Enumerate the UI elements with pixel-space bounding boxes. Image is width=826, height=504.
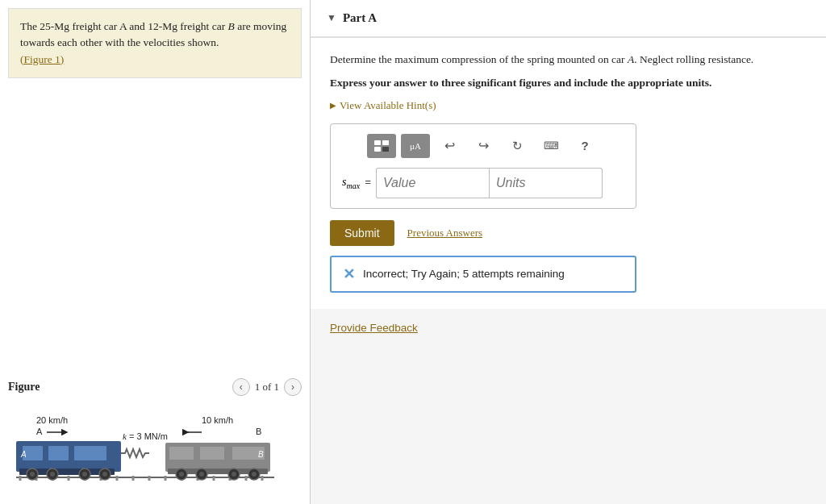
- svg-rect-33: [200, 447, 224, 460]
- grid-button[interactable]: [367, 134, 396, 158]
- problem-text-box: The 25-Mg freight car A and 12-Mg freigh…: [8, 8, 302, 78]
- svg-text:B: B: [258, 450, 264, 459]
- figure-link[interactable]: (Figure 1): [20, 53, 64, 65]
- collapse-arrow-icon[interactable]: ▼: [327, 12, 336, 24]
- action-row: Submit Previous Answers: [330, 220, 810, 246]
- input-row: smax =: [342, 168, 624, 198]
- hint-toggle[interactable]: ▶ View Available Hint(s): [330, 99, 810, 112]
- figure-image: A B: [8, 401, 302, 498]
- redo-button[interactable]: ↪: [469, 134, 498, 158]
- help-button[interactable]: ?: [570, 134, 599, 158]
- svg-point-41: [232, 472, 236, 477]
- refresh-icon: ↻: [512, 139, 523, 153]
- mu-button[interactable]: μA: [401, 134, 430, 158]
- figure-section: Figure ‹ 1 of 1 ›: [0, 372, 310, 504]
- svg-point-39: [199, 472, 204, 477]
- figure-header: Figure ‹ 1 of 1 ›: [8, 378, 302, 396]
- undo-icon: ↩: [444, 138, 455, 153]
- units-input[interactable]: [490, 168, 603, 198]
- mu-label: μA: [410, 141, 421, 151]
- svg-text:A: A: [36, 427, 43, 436]
- svg-text:10 km/h: 10 km/h: [202, 415, 233, 425]
- toolbar: μA ↩ ↪ ↻ ⌨ ?: [342, 134, 624, 158]
- undo-button[interactable]: ↩: [435, 134, 464, 158]
- figure-title: Figure: [8, 381, 40, 394]
- svg-point-25: [50, 472, 55, 477]
- redo-icon: ↪: [478, 138, 489, 153]
- refresh-button[interactable]: ↻: [503, 134, 532, 158]
- figure-next-btn[interactable]: ›: [284, 378, 302, 396]
- keyboard-icon: ⌨: [544, 140, 559, 152]
- svg-rect-56: [382, 147, 389, 152]
- svg-point-37: [179, 472, 184, 477]
- bold-instruction: Express your answer to three significant…: [330, 77, 810, 90]
- part-a-title: Part A: [343, 11, 377, 25]
- svg-rect-55: [374, 147, 381, 152]
- svg-text:k: k: [123, 431, 127, 441]
- svg-point-23: [30, 472, 35, 477]
- right-panel: ▼ Part A Determine the maximum compressi…: [311, 0, 826, 504]
- svg-rect-53: [374, 140, 381, 145]
- part-a-header: ▼ Part A: [311, 0, 826, 37]
- figure-nav: ‹ 1 of 1 ›: [232, 378, 302, 396]
- incorrect-x-icon: ✕: [343, 265, 355, 283]
- part-a-section: ▼ Part A Determine the maximum compressi…: [311, 0, 826, 309]
- car-a-italic: A: [628, 53, 634, 65]
- train-svg: A B: [8, 401, 282, 489]
- submit-button[interactable]: Submit: [330, 220, 394, 246]
- svg-point-29: [102, 472, 107, 477]
- feedback-section: Provide Feedback: [311, 309, 826, 348]
- value-input[interactable]: [376, 168, 489, 198]
- figure-counter: 1 of 1: [255, 381, 279, 394]
- feedback-link[interactable]: Provide Feedback: [330, 322, 418, 334]
- hint-arrow-icon: ▶: [330, 101, 336, 110]
- equals-sign: =: [365, 177, 371, 190]
- svg-text:A: A: [20, 450, 27, 459]
- left-panel: The 25-Mg freight car A and 12-Mg freigh…: [0, 0, 311, 504]
- svg-rect-32: [169, 447, 194, 460]
- help-label: ?: [581, 139, 588, 152]
- incorrect-message: Incorrect; Try Again; 5 attempts remaini…: [363, 268, 565, 280]
- previous-answers-link[interactable]: Previous Answers: [407, 227, 483, 240]
- svg-rect-54: [382, 140, 389, 145]
- svg-text:B: B: [256, 427, 261, 436]
- svg-text:= 3 MN/m: = 3 MN/m: [129, 431, 168, 441]
- svg-point-27: [82, 472, 87, 477]
- svg-text:20 km/h: 20 km/h: [36, 415, 68, 425]
- variable-label: smax: [342, 176, 360, 190]
- svg-rect-19: [48, 446, 69, 460]
- grid-icon: [374, 140, 389, 152]
- keyboard-button[interactable]: ⌨: [536, 134, 565, 158]
- problem-description: Determine the maximum compression of the…: [330, 51, 810, 69]
- hint-text: View Available Hint(s): [340, 99, 436, 112]
- svg-rect-20: [74, 446, 106, 460]
- part-a-content: Determine the maximum compression of the…: [311, 38, 826, 309]
- problem-text: The 25-Mg freight car A and 12-Mg freigh…: [20, 20, 286, 48]
- answer-box: μA ↩ ↪ ↻ ⌨ ?: [330, 123, 636, 209]
- figure-prev-btn[interactable]: ‹: [232, 378, 250, 396]
- incorrect-box: ✕ Incorrect; Try Again; 5 attempts remai…: [330, 256, 636, 293]
- svg-point-43: [252, 472, 257, 477]
